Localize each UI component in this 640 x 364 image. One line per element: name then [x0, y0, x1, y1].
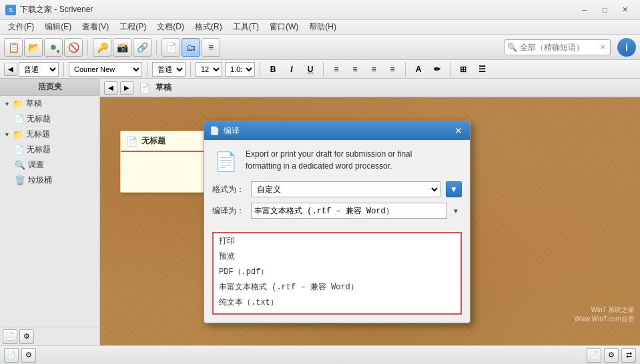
folder-icon: 📁 — [13, 129, 23, 139]
tree-label: 调查 — [28, 159, 44, 171]
breadcrumb-text: 草稿 — [155, 82, 172, 93]
toolbar-group-3: 📄 🗂 ≡ — [162, 38, 220, 57]
compile-value-display[interactable]: 丰富文本格式 (.rtf – 兼容 Word） — [251, 203, 447, 219]
tree-item-untitled-1[interactable]: 📄 无标题 — [0, 111, 99, 127]
bold-btn[interactable]: B — [265, 62, 281, 77]
menu-edit[interactable]: 编辑(E) — [39, 20, 77, 34]
font-select[interactable]: Courier New — [69, 62, 142, 77]
tree-item-trash[interactable]: 🗑️ 垃圾桶 — [0, 173, 99, 188]
underline-btn[interactable]: U — [302, 62, 318, 77]
dialog-description: Export or print your draft for submissio… — [246, 148, 462, 175]
view-doc-btn[interactable]: 📄 — [162, 38, 180, 57]
menu-format[interactable]: 格式(R) — [190, 20, 228, 34]
fmt-sep-5 — [323, 62, 324, 77]
style-type-select[interactable]: 普通 — [152, 62, 186, 77]
menu-file[interactable]: 文件(F) — [3, 20, 39, 34]
dialog-title: 📄 编译 — [210, 125, 240, 137]
content-area: ◀ ▶ 📄 草稿 📄 无标题 📄 无标题 — [100, 79, 640, 345]
line-spacing-select[interactable]: 1.0x — [225, 62, 255, 77]
search-clear-icon[interactable]: ✕ — [600, 43, 605, 51]
arrow-icon: ▼ — [4, 131, 10, 138]
fmt-back-btn[interactable]: ◀ — [4, 63, 17, 76]
sidebar-spacer — [0, 188, 99, 327]
dialog-close-btn[interactable]: ✕ — [452, 125, 464, 137]
key-btn[interactable]: 🔑 — [93, 38, 111, 57]
tree-label: 无标题 — [27, 113, 51, 125]
dropdown-item-rtf[interactable]: 丰富文本格式 (.rtf – 兼容 Word） — [214, 279, 460, 295]
maximize-button[interactable]: □ — [595, 0, 615, 20]
fmt-sep-2 — [147, 62, 147, 77]
pen-btn[interactable]: ✏ — [429, 62, 445, 77]
dropdown-item-doc[interactable]: Word 文档（.doc） — [214, 310, 460, 313]
back-btn[interactable]: ◀ — [104, 81, 117, 95]
fmt-sep-1 — [63, 62, 64, 77]
align-right-btn[interactable]: ≡ — [366, 62, 382, 77]
status-btn-4[interactable]: ⚙ — [604, 348, 619, 363]
compile-value-text: 丰富文本格式 (.rtf – 兼容 Word） — [254, 205, 394, 217]
status-btn-5[interactable]: ⇄ — [621, 348, 636, 363]
menu-help[interactable]: 帮助(H) — [304, 20, 342, 34]
dropdown-item-preview[interactable]: 预览 — [214, 249, 460, 264]
menu-window[interactable]: 窗口(W) — [264, 20, 304, 34]
menu-view[interactable]: 查看(V) — [77, 20, 114, 34]
dropdown-item-print[interactable]: 打印 — [214, 233, 460, 249]
new-btn[interactable]: ● ▼ — [44, 38, 63, 57]
info-button[interactable]: i — [617, 38, 636, 57]
sidebar-add-btn[interactable]: 📄 — [3, 329, 17, 344]
corkboard[interactable]: 📄 无标题 📄 无标题 📄 — [100, 97, 640, 345]
menu-project[interactable]: 工程(P) — [114, 20, 151, 34]
main-toolbar: 📋 📂 ● ▼ 🚫 🔑 📸 🔗 📄 🗂 ≡ 🔍 ✕ i — [0, 35, 640, 60]
dialog-overlay: 📄 编译 ✕ 📄 Export or print your draft for … — [100, 97, 640, 345]
view-cork-btn[interactable]: 🗂 — [182, 38, 200, 57]
list-btn[interactable]: ☰ — [474, 62, 490, 77]
tree-item-research[interactable]: 🔍 调查 — [0, 157, 99, 173]
open-btn[interactable]: 📂 — [24, 38, 43, 57]
link-btn[interactable]: 🔗 — [133, 38, 151, 57]
dropdown-item-pdf[interactable]: PDF（.pdf） — [214, 264, 460, 279]
toolbar-group-1: 📋 📂 ● ▼ 🚫 — [4, 38, 83, 57]
font-size-select[interactable]: 12 — [196, 62, 222, 77]
doc-icon: 📄 — [13, 145, 24, 155]
dialog-title-text: 编译 — [224, 125, 240, 137]
sidebar: 活页夹 ▼ 📁 草稿 📄 无标题 ▼ 📁 无标题 📄 无标题 🔍 调查 🗑️ 垃 — [0, 79, 100, 345]
fwd-btn[interactable]: ▶ — [120, 81, 133, 95]
search-input[interactable] — [520, 43, 600, 52]
view-outline-btn[interactable]: ≡ — [202, 38, 220, 57]
format-bar: ◀ 普通 Courier New 普通 12 1.0x B I U ≡ ≡ ≡ … — [0, 60, 640, 79]
dialog-format-row: 格式为： 自定义 ▼ — [212, 181, 462, 197]
italic-btn[interactable]: I — [284, 62, 300, 77]
delete-btn[interactable]: 🚫 — [64, 38, 83, 57]
sidebar-header: 活页夹 — [0, 79, 99, 96]
format-down-btn[interactable]: ▼ — [446, 181, 462, 197]
window-controls[interactable]: ─ □ ✕ — [575, 0, 635, 20]
search-box[interactable]: 🔍 ✕ — [504, 39, 611, 55]
status-btn-1[interactable]: 📄 — [4, 348, 19, 363]
compile-dropdown-arrow[interactable]: ▼ — [452, 207, 462, 215]
font-color-btn[interactable]: A — [410, 62, 426, 77]
binder-btn[interactable]: 📋 — [4, 38, 23, 57]
status-btn-3[interactable]: 📄 — [587, 348, 601, 363]
align-center-btn[interactable]: ≡ — [347, 62, 363, 77]
status-btn-2[interactable]: ⚙ — [21, 348, 36, 363]
tree-item-draft[interactable]: ▼ 📁 草稿 — [0, 96, 99, 111]
tree-item-untitled-2[interactable]: 📄 无标题 — [0, 142, 99, 157]
table-btn[interactable]: ⊞ — [455, 62, 471, 77]
menu-tools[interactable]: 工具(T) — [228, 20, 264, 34]
align-justify-btn[interactable]: ≡ — [384, 62, 400, 77]
align-left-btn[interactable]: ≡ — [328, 62, 344, 77]
compile-label: 编译为： — [212, 205, 246, 217]
dialog-body: 📄 Export or print your draft for submiss… — [204, 140, 470, 232]
sidebar-settings-btn[interactable]: ⚙ — [19, 329, 34, 344]
snapshot-btn[interactable]: 📸 — [113, 38, 131, 57]
format-select[interactable]: 自定义 — [251, 181, 440, 197]
minimize-button[interactable]: ─ — [575, 0, 595, 20]
folder-icon: 📁 — [13, 99, 23, 109]
title-bar-left: S 下载之家 - Scrivener — [5, 4, 93, 15]
main-layout: 活页夹 ▼ 📁 草稿 📄 无标题 ▼ 📁 无标题 📄 无标题 🔍 调查 🗑️ 垃 — [0, 79, 640, 345]
menu-document[interactable]: 文档(D) — [151, 20, 190, 34]
dropdown-item-txt[interactable]: 纯文本（.txt） — [214, 295, 460, 310]
dropdown-scroll[interactable]: 打印 预览 PDF（.pdf） 丰富文本格式 (.rtf – 兼容 Word） … — [214, 233, 460, 313]
style-select[interactable]: 普通 — [19, 62, 59, 77]
tree-item-untitled-folder[interactable]: ▼ 📁 无标题 — [0, 127, 99, 142]
close-button[interactable]: ✕ — [615, 0, 635, 20]
